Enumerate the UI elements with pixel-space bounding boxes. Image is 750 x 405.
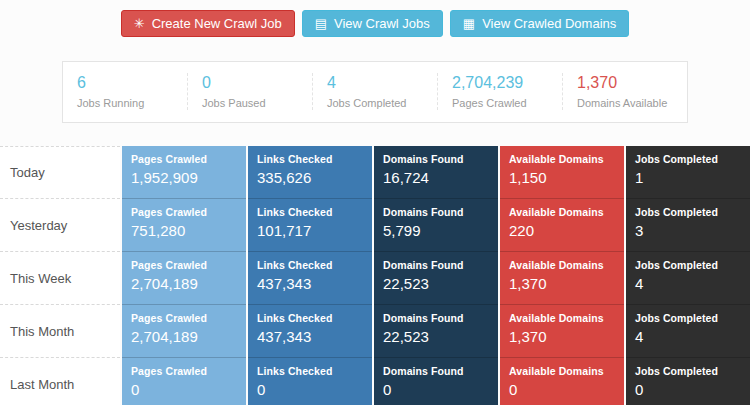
grid-icon: ▦ xyxy=(463,17,475,30)
stat-label: Jobs Completed xyxy=(327,97,423,109)
row-label: Yesterday xyxy=(0,199,120,252)
summary-stat: 4Jobs Completed xyxy=(312,73,437,110)
metric-cell: Domains Found22,523 xyxy=(374,252,498,305)
metric-cell: Links Checked335,626 xyxy=(248,146,372,199)
row-label: This Month xyxy=(0,305,120,358)
stat-value: 0 xyxy=(202,74,298,92)
crawl-dashboard: ✳Create New Crawl Job▤View Crawl Jobs▦Vi… xyxy=(0,0,750,405)
metric-label: Pages Crawled xyxy=(131,312,237,324)
metric-value: 2,704,189 xyxy=(131,275,237,292)
metric-label: Jobs Completed xyxy=(635,259,741,271)
button-label: View Crawl Jobs xyxy=(334,17,430,30)
summary-stat: 6Jobs Running xyxy=(63,73,187,110)
metric-value: 220 xyxy=(509,222,615,239)
metric-value: 22,523 xyxy=(383,275,489,292)
metric-cell: Links Checked437,343 xyxy=(248,252,372,305)
row-label: Today xyxy=(0,146,120,199)
metric-column: Available Domains1,150Available Domains2… xyxy=(500,146,624,405)
metric-label: Jobs Completed xyxy=(635,312,741,324)
metric-label: Available Domains xyxy=(509,312,615,324)
metric-cell: Available Domains1,150 xyxy=(500,146,624,199)
row-label: Last Month xyxy=(0,358,120,405)
metric-value: 22,523 xyxy=(383,328,489,345)
metric-value: 0 xyxy=(509,381,615,398)
metric-label: Pages Crawled xyxy=(131,153,237,165)
metric-label: Pages Crawled xyxy=(131,206,237,218)
metric-value: 1,150 xyxy=(509,169,615,186)
metric-value: 16,724 xyxy=(383,169,489,186)
metric-value: 751,280 xyxy=(131,222,237,239)
stat-value: 1,370 xyxy=(577,74,673,92)
metric-label: Available Domains xyxy=(509,153,615,165)
row-labels-column: TodayYesterdayThis WeekThis MonthLast Mo… xyxy=(0,146,120,405)
metric-label: Jobs Completed xyxy=(635,206,741,218)
metric-cell: Available Domains1,370 xyxy=(500,252,624,305)
metric-value: 1 xyxy=(635,169,741,186)
stat-label: Jobs Paused xyxy=(202,97,298,109)
metric-label: Available Domains xyxy=(509,259,615,271)
summary-stat: 1,370Domains Available xyxy=(562,73,687,110)
metric-value: 101,717 xyxy=(257,222,363,239)
metric-cell: Pages Crawled2,704,189 xyxy=(122,305,246,358)
metric-cell: Available Domains0 xyxy=(500,358,624,405)
metric-label: Pages Crawled xyxy=(131,365,237,377)
summary-stats-panel: 6Jobs Running0Jobs Paused4Jobs Completed… xyxy=(62,61,688,123)
metric-label: Jobs Completed xyxy=(635,153,741,165)
metric-cell: Available Domains1,370 xyxy=(500,305,624,358)
metric-cell: Jobs Completed1 xyxy=(626,146,750,199)
metric-label: Links Checked xyxy=(257,259,363,271)
metric-label: Links Checked xyxy=(257,365,363,377)
metric-cell: Jobs Completed0 xyxy=(626,358,750,405)
summary-stat: 2,704,239Pages Crawled xyxy=(437,73,562,110)
view-crawl-jobs-button[interactable]: ▤View Crawl Jobs xyxy=(302,10,443,37)
spider-icon: ✳ xyxy=(134,17,145,30)
crawl-stats-table: TodayYesterdayThis WeekThis MonthLast Mo… xyxy=(0,146,750,405)
metric-column: Pages Crawled1,952,909Pages Crawled751,2… xyxy=(122,146,246,405)
metric-value: 437,343 xyxy=(257,275,363,292)
stat-value: 6 xyxy=(77,74,173,92)
metric-label: Domains Found xyxy=(383,259,489,271)
metric-value: 5,799 xyxy=(383,222,489,239)
metric-cell: Available Domains220 xyxy=(500,199,624,252)
stat-label: Jobs Running xyxy=(77,97,173,109)
metric-label: Domains Found xyxy=(383,206,489,218)
metric-cell: Domains Found5,799 xyxy=(374,199,498,252)
create-new-crawl-job-button[interactable]: ✳Create New Crawl Job xyxy=(121,10,295,37)
button-label: Create New Crawl Job xyxy=(152,17,282,30)
metric-column: Links Checked335,626Links Checked101,717… xyxy=(248,146,372,405)
toolbar: ✳Create New Crawl Job▤View Crawl Jobs▦Vi… xyxy=(0,0,750,37)
metric-cell: Links Checked437,343 xyxy=(248,305,372,358)
view-crawled-domains-button[interactable]: ▦View Crawled Domains xyxy=(450,10,629,37)
metric-cell: Pages Crawled2,704,189 xyxy=(122,252,246,305)
metric-cell: Pages Crawled751,280 xyxy=(122,199,246,252)
metric-value: 335,626 xyxy=(257,169,363,186)
metric-value: 2,704,189 xyxy=(131,328,237,345)
metric-cell: Jobs Completed3 xyxy=(626,199,750,252)
stat-label: Pages Crawled xyxy=(452,97,548,109)
metric-value: 0 xyxy=(383,381,489,398)
metric-label: Domains Found xyxy=(383,365,489,377)
metric-label: Links Checked xyxy=(257,206,363,218)
metric-value: 1,370 xyxy=(509,328,615,345)
metric-value: 1,952,909 xyxy=(131,169,237,186)
metric-value: 0 xyxy=(635,381,741,398)
summary-stat: 0Jobs Paused xyxy=(187,73,312,110)
metric-cell: Pages Crawled1,952,909 xyxy=(122,146,246,199)
metric-value: 1,370 xyxy=(509,275,615,292)
list-icon: ▤ xyxy=(315,17,327,30)
metric-cell: Domains Found22,523 xyxy=(374,305,498,358)
metric-label: Domains Found xyxy=(383,312,489,324)
metric-cell: Domains Found16,724 xyxy=(374,146,498,199)
metric-label: Jobs Completed xyxy=(635,365,741,377)
metric-value: 0 xyxy=(257,381,363,398)
metric-value: 4 xyxy=(635,275,741,292)
metric-value: 0 xyxy=(131,381,237,398)
button-label: View Crawled Domains xyxy=(482,17,616,30)
row-label: This Week xyxy=(0,252,120,305)
stat-value: 2,704,239 xyxy=(452,74,548,92)
metric-cell: Links Checked101,717 xyxy=(248,199,372,252)
metric-cell: Jobs Completed4 xyxy=(626,305,750,358)
metric-label: Domains Found xyxy=(383,153,489,165)
metric-cell: Pages Crawled0 xyxy=(122,358,246,405)
metric-label: Available Domains xyxy=(509,206,615,218)
